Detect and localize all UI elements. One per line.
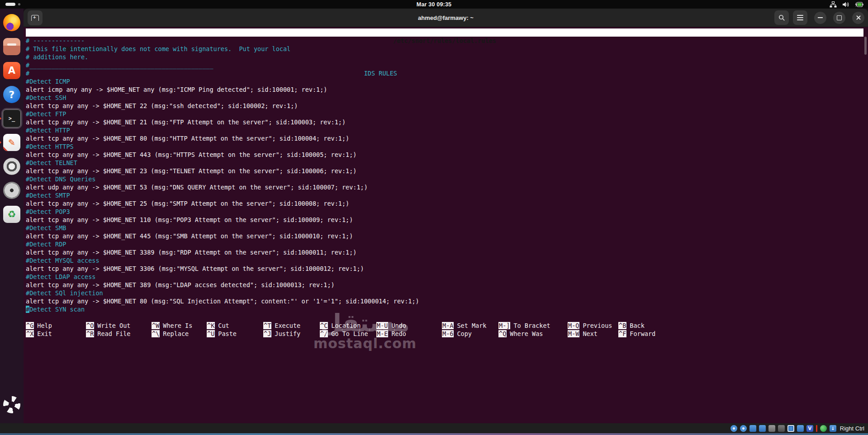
shortcut-key: ^F — [618, 330, 626, 337]
shortcut-cell: ^UPaste — [207, 330, 263, 338]
hamburger-icon — [797, 17, 803, 18]
editor-line[interactable]: alert tcp any any -> $HOME_NET 25 (msg:"… — [26, 199, 863, 208]
shortcut-cell: ^BBack — [618, 322, 682, 330]
editor-line[interactable]: alert tcp any any -> $HOME_NET 389 (msg:… — [26, 281, 863, 289]
desktop: Mar 30 09:35 — [0, 0, 868, 435]
editor-line[interactable]: # This file intentionally does not come … — [26, 45, 863, 53]
maximize-button[interactable] — [833, 12, 845, 24]
dock-item-disks[interactable] — [2, 180, 22, 200]
dock-item-terminal[interactable]: >_ — [2, 109, 22, 128]
bottom-edge-strip — [0, 433, 868, 435]
editor-line[interactable]: #Detect MYSQL access — [26, 256, 863, 265]
dock-item-firefox[interactable] — [2, 13, 22, 33]
app-a-icon: A — [3, 62, 20, 79]
editor-line[interactable]: alert tcp any any -> $HOME_NET 3389 (msg… — [26, 248, 863, 256]
shortcut-key: ^K — [207, 322, 215, 329]
shortcut-key: ^R — [86, 330, 94, 337]
mouse-integration-icon[interactable] — [820, 425, 827, 432]
editor-line[interactable]: alert icmp any any -> $HOME_NET any (msg… — [26, 85, 863, 94]
shortcut-cell: M-WNext — [568, 330, 618, 338]
dock-item-app-a[interactable]: A — [2, 61, 22, 80]
shortcut-label: Go To Line — [331, 330, 368, 337]
dock-item-text-editor[interactable]: ✎ — [2, 132, 22, 152]
network-adapters-icon[interactable] — [759, 425, 766, 432]
search-button[interactable] — [774, 10, 789, 25]
editor-line[interactable]: # additions here. — [26, 53, 863, 61]
editor-line[interactable]: #Detect HTTP — [26, 126, 863, 134]
clock[interactable]: Mar 30 09:35 — [417, 1, 451, 8]
editor-line[interactable]: alert tcp any any -> $HOME_NET 3306 (msg… — [26, 265, 863, 273]
editor-line[interactable]: #Detect TELNET — [26, 159, 863, 167]
shortcut-label: Previous — [583, 322, 612, 329]
dock-item-software-updater[interactable]: ♻ — [2, 204, 22, 224]
editor-lines[interactable]: # --------------# This file intentionall… — [26, 37, 863, 313]
dock-item-media-player[interactable] — [2, 156, 22, 176]
help-icon: ? — [3, 86, 20, 103]
usb-devices-icon[interactable] — [768, 425, 775, 432]
shared-folders-icon[interactable] — [778, 425, 785, 432]
editor-line[interactable]: #Detect SMTP — [26, 191, 863, 199]
new-tab-button[interactable] — [28, 10, 43, 25]
editor-line[interactable]: alert tcp any any -> $HOME_NET 80 (msg:"… — [26, 134, 863, 142]
vm-status-bar: V↓ Right Ctrl — [0, 423, 868, 433]
dock-item-help[interactable]: ? — [2, 85, 22, 104]
editor-line[interactable]: # IDS RULES — [26, 69, 863, 77]
editor-line[interactable]: alert tcp any any -> $HOME_NET 445 (msg:… — [26, 232, 863, 240]
editor-line[interactable]: #Detect SYN scan — [26, 305, 863, 313]
shortcut-label: Where Was — [510, 330, 543, 337]
close-button[interactable] — [852, 12, 864, 24]
shortcut-key: ^T — [263, 322, 271, 329]
shortcut-cell: ^XExit — [26, 330, 86, 338]
hard-disk-icon[interactable] — [730, 425, 737, 432]
vm-status-icons: V↓ — [728, 425, 836, 432]
dock-item-files[interactable] — [2, 37, 22, 57]
audio-icon[interactable] — [749, 425, 756, 432]
optical-disc-icon[interactable] — [740, 425, 747, 432]
shortcut-cell: ^/Go To Line — [320, 330, 376, 338]
workspace-indicator[interactable] — [5, 0, 20, 9]
terminal-content[interactable]: /etc/snort/rules/local.rules GNU nano 7.… — [24, 27, 868, 423]
virtualbox-guest-icon[interactable]: V — [806, 425, 813, 432]
shortcut-cell: ^QWhere Was — [498, 330, 568, 338]
editor-line[interactable]: #_______________________________________… — [26, 61, 863, 69]
menu-button[interactable] — [793, 10, 807, 25]
editor-line[interactable]: alert udp any any -> $HOME_NET 53 (msg:"… — [26, 183, 863, 191]
editor-line[interactable]: alert tcp any any -> $HOME_NET 22 (msg:"… — [26, 102, 863, 110]
shortcut-cell: ^JJustify — [263, 330, 320, 338]
media-player-icon — [3, 158, 20, 175]
system-tray[interactable] — [830, 0, 863, 9]
minimize-button[interactable] — [814, 12, 826, 24]
editor-line[interactable]: #Detect POP3 — [26, 208, 863, 216]
editor-line[interactable]: alert tcp any any -> $HOME_NET 110 (msg:… — [26, 216, 863, 224]
editor-line[interactable]: alert tcp any any -> $HOME_NET 443 (msg:… — [26, 151, 863, 159]
shortcut-label: Where Is — [163, 322, 192, 329]
editor-line[interactable]: alert tcp any any -> $HOME_NET 21 (msg:"… — [26, 118, 863, 126]
editor-line[interactable]: #Detect DNS Queries — [26, 175, 863, 183]
display-icon[interactable] — [787, 425, 794, 432]
show-applications-icon[interactable] — [3, 396, 20, 413]
editor-line[interactable]: # -------------- — [26, 37, 863, 45]
editor-line[interactable]: #Detect FTP — [26, 110, 863, 118]
shortcut-key: ^G — [26, 322, 34, 329]
editor-line[interactable]: #Detect SQl injection — [26, 289, 863, 297]
editor-line[interactable]: #Detect SSH — [26, 94, 863, 102]
shortcut-key: ^U — [207, 330, 215, 337]
firefox-icon — [3, 14, 20, 31]
workspace-dot — [18, 3, 20, 5]
window-titlebar[interactable]: ahmed@farmawy: ~ — [24, 9, 868, 27]
search-icon — [778, 14, 785, 21]
keyboard-capture-icon[interactable]: ↓ — [830, 425, 836, 432]
shortcut-cell: ^GHelp — [26, 322, 86, 330]
editor-line[interactable]: alert tcp any any -> $HOME_NET 80 (msg:"… — [26, 297, 863, 305]
editor-line[interactable]: #Detect ICMP — [26, 77, 863, 85]
editor-line[interactable]: #Detect RDP — [26, 240, 863, 248]
screens-icon[interactable] — [797, 425, 804, 432]
shortcut-key: M-U — [376, 322, 388, 329]
shortcut-cell: ^KCut — [207, 322, 263, 330]
shortcut-key: ^/ — [320, 330, 328, 337]
editor-line[interactable]: alert tcp any any -> $HOME_NET 23 (msg:"… — [26, 167, 863, 175]
editor-line[interactable]: #Detect LDAP access — [26, 273, 863, 281]
editor-line[interactable]: #Detect SMB — [26, 224, 863, 232]
editor-line[interactable]: #Detect HTTPS — [26, 142, 863, 151]
scrollbar-thumb[interactable] — [864, 37, 867, 55]
